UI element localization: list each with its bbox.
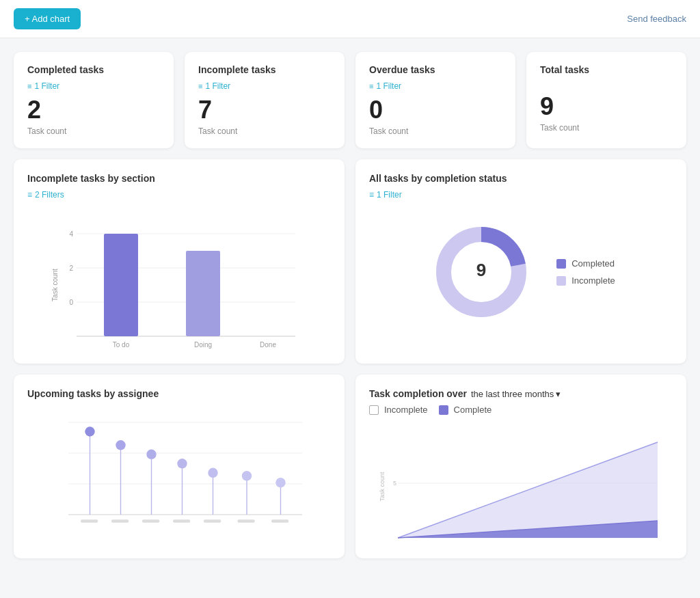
stat-filter-2[interactable]: ≡ 1 Filter <box>369 81 401 91</box>
stat-number-2: 0 <box>369 98 502 122</box>
svg-text:To do: To do <box>113 341 130 349</box>
completed-label: Completed <box>571 258 615 269</box>
svg-rect-9 <box>186 251 220 336</box>
filter-icon-1: ≡ <box>198 82 202 90</box>
donut-chart-title: All tasks by completion status <box>369 173 673 184</box>
filter-icon: ≡ <box>27 190 32 200</box>
bottom-row: Upcoming tasks by assignee <box>14 375 686 558</box>
donut-legend: Completed Incomplete <box>556 258 615 286</box>
completion-header: Task completion over the last three mont… <box>369 388 673 399</box>
stat-cards-row: Completed tasks ≡ 1 Filter 2 Task count … <box>14 52 686 148</box>
svg-text:Task count: Task count <box>51 269 59 301</box>
stat-number-3: 9 <box>540 94 673 119</box>
svg-rect-8 <box>104 234 138 336</box>
add-chart-button[interactable]: + Add chart <box>14 8 81 29</box>
stat-sub-1: Task count <box>198 126 331 136</box>
chevron-down-icon: ▾ <box>556 389 561 399</box>
bar-chart-title: Incomplete tasks by section <box>27 173 331 184</box>
svg-text:5: 5 <box>393 480 396 487</box>
donut-chart-filter[interactable]: ≡ 1 Filter <box>369 190 402 200</box>
time-period-dropdown[interactable]: the last three months ▾ <box>471 389 561 399</box>
legend-incomplete: Incomplete <box>556 275 615 286</box>
stat-sub-3: Task count <box>540 123 673 133</box>
lollipop-area <box>27 410 331 533</box>
svg-text:9: 9 <box>476 260 486 280</box>
svg-point-23 <box>116 440 125 450</box>
svg-text:Doing: Doing <box>194 341 212 349</box>
bar-chart-filter[interactable]: ≡ 2 Filters <box>27 190 64 200</box>
stat-card-1: Incomplete tasks ≡ 1 Filter 7 Task count <box>185 52 345 148</box>
svg-point-27 <box>177 459 187 468</box>
bar-chart-svg: Task count 4 2 0 To do <box>27 213 331 350</box>
bar-chart-area: Task count 4 2 0 To do <box>27 213 331 350</box>
svg-rect-40 <box>271 519 288 523</box>
line-chart-card: Task completion over the last three mont… <box>355 375 686 558</box>
top-bar: + Add chart Send feedback <box>0 0 700 38</box>
donut-svg-container: 9 <box>427 217 536 327</box>
svg-point-25 <box>146 450 156 459</box>
svg-text:2: 2 <box>69 264 73 272</box>
complete-box-icon <box>439 405 448 415</box>
time-period-label: the last three months <box>471 389 554 399</box>
legend-incomplete-line: Incomplete <box>369 405 428 415</box>
stat-card-2: Overdue tasks ≡ 1 Filter 0 Task count <box>355 52 515 148</box>
stat-title-1: Incomplete tasks <box>198 64 331 75</box>
svg-rect-38 <box>204 519 221 523</box>
incomplete-dot <box>556 276 566 286</box>
lollipop-card: Upcoming tasks by assignee <box>14 375 345 558</box>
send-feedback-link[interactable]: Send feedback <box>627 14 686 24</box>
lollipop-svg <box>27 410 331 533</box>
stat-card-3: Total tasks 9 Task count <box>526 52 686 148</box>
stat-sub-2: Task count <box>369 126 502 136</box>
stat-title-0: Completed tasks <box>27 64 160 75</box>
svg-rect-35 <box>111 519 129 523</box>
filter-icon-2: ≡ <box>369 82 373 90</box>
svg-rect-36 <box>142 519 159 523</box>
filter-icon-0: ≡ <box>27 82 31 90</box>
dashboard: Completed tasks ≡ 1 Filter 2 Task count … <box>0 38 700 572</box>
stat-title-2: Overdue tasks <box>369 64 502 75</box>
donut-chart-filter-label: 1 Filter <box>377 190 402 200</box>
line-chart-title: Task completion over <box>369 388 467 399</box>
stat-number-0: 2 <box>27 98 160 122</box>
svg-text:Done: Done <box>260 341 276 349</box>
svg-point-21 <box>85 426 94 436</box>
svg-point-31 <box>242 471 252 480</box>
middle-row: Incomplete tasks by section ≡ 2 Filters … <box>14 159 686 364</box>
stat-card-0: Completed tasks ≡ 1 Filter 2 Task count <box>14 52 174 148</box>
svg-point-29 <box>208 468 217 478</box>
stat-number-1: 7 <box>198 98 331 122</box>
incomplete-check-icon <box>369 405 379 415</box>
legend-complete-line: Complete <box>439 405 492 415</box>
line-chart-area: Task count 5 <box>369 422 673 545</box>
line-chart-svg: Task count 5 <box>369 422 673 545</box>
bar-chart-filter-label: 2 Filters <box>35 190 64 200</box>
svg-text:0: 0 <box>69 299 73 306</box>
stat-sub-0: Task count <box>27 126 160 136</box>
svg-point-33 <box>275 478 285 487</box>
completed-dot <box>556 259 566 269</box>
bar-chart-card: Incomplete tasks by section ≡ 2 Filters … <box>14 159 345 364</box>
lollipop-title: Upcoming tasks by assignee <box>27 388 331 399</box>
svg-rect-37 <box>173 519 190 523</box>
stat-filter-1[interactable]: ≡ 1 Filter <box>198 81 230 91</box>
legend-completed: Completed <box>556 258 615 269</box>
incomplete-label: Incomplete <box>571 275 615 286</box>
stat-filter-0[interactable]: ≡ 1 Filter <box>27 81 59 91</box>
completion-legend: Incomplete Complete <box>369 405 673 415</box>
incomplete-line-label: Incomplete <box>384 405 428 415</box>
donut-chart-card: All tasks by completion status ≡ 1 Filte… <box>355 159 686 364</box>
svg-rect-34 <box>81 519 98 523</box>
svg-rect-39 <box>238 519 255 523</box>
filter-icon-2: ≡ <box>369 190 374 200</box>
complete-line-label: Complete <box>454 405 492 415</box>
donut-svg: 9 <box>427 217 536 327</box>
donut-area: 9 Completed Incomplete <box>369 217 673 327</box>
stat-title-3: Total tasks <box>540 64 673 75</box>
svg-text:Task count: Task count <box>379 472 386 502</box>
svg-text:4: 4 <box>69 230 73 238</box>
